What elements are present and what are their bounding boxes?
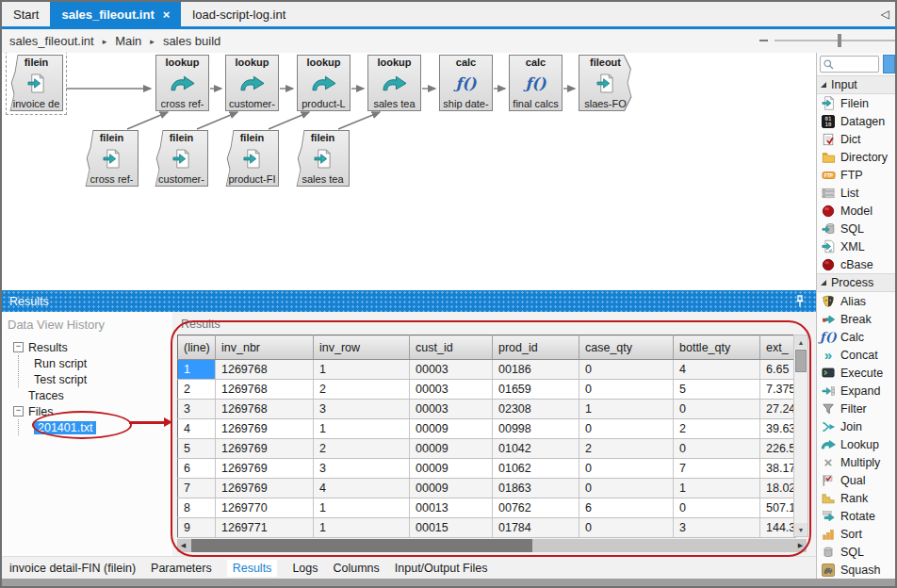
grid-cell[interactable]: 1 bbox=[178, 360, 216, 380]
grid-cell[interactable]: 3 bbox=[178, 400, 216, 419]
grid-cell[interactable]: 0 bbox=[674, 400, 760, 419]
grid-cell[interactable]: 1269769 bbox=[216, 439, 314, 459]
grid-cell[interactable]: 01042 bbox=[493, 439, 579, 459]
grid-cell[interactable]: 18.02 bbox=[760, 479, 796, 498]
grid-header-inv-row[interactable]: inv_row bbox=[314, 335, 410, 360]
tree-item-201401-txt[interactable]: 201401.txt bbox=[34, 419, 172, 435]
palette-item-qual[interactable]: Qual bbox=[817, 471, 896, 489]
tree-item-traces[interactable]: Traces bbox=[13, 387, 172, 403]
grid-cell[interactable]: 00015 bbox=[410, 518, 493, 538]
flow-node-filein-product-fi[interactable]: filein product-FI bbox=[225, 130, 279, 187]
grid-cell[interactable]: 0 bbox=[674, 439, 760, 459]
palette-item-filter[interactable]: Filter bbox=[817, 400, 896, 417]
grid-cell[interactable]: 226.5 bbox=[760, 439, 796, 459]
grid-cell[interactable]: 01863 bbox=[493, 479, 579, 498]
grid-cell[interactable]: 2 bbox=[674, 419, 760, 439]
zoom-out-icon[interactable] bbox=[759, 40, 768, 41]
palette-item-alias[interactable]: Alias bbox=[817, 292, 896, 310]
grid-cell[interactable]: 0 bbox=[579, 419, 674, 439]
grid-cell[interactable]: 2 bbox=[178, 380, 216, 400]
grid-cell[interactable]: 00009 bbox=[410, 439, 493, 459]
palette-item-sort[interactable]: Sort bbox=[817, 525, 896, 543]
grid-cell[interactable]: 2 bbox=[314, 439, 410, 459]
grid-cell[interactable]: 2 bbox=[314, 380, 410, 400]
grid-cell[interactable]: 1 bbox=[314, 498, 410, 518]
grid-cell[interactable]: 5 bbox=[178, 439, 216, 459]
tab-scroll-left-icon[interactable]: ◁ bbox=[881, 8, 889, 21]
grid-cell[interactable]: 00186 bbox=[493, 360, 579, 380]
grid-cell[interactable]: 4 bbox=[674, 360, 760, 380]
grid-cell[interactable]: 4 bbox=[178, 419, 216, 439]
grid-cell[interactable]: 2 bbox=[579, 439, 674, 459]
grid-header-prod-id[interactable]: prod_id bbox=[493, 335, 579, 360]
grid-cell[interactable]: 1269769 bbox=[216, 419, 314, 439]
flow-node-filein-sales-tea[interactable]: filein sales tea bbox=[296, 130, 350, 187]
palette-search[interactable] bbox=[820, 56, 879, 73]
palette-item-filein[interactable]: Filein bbox=[817, 94, 896, 112]
grid-cell[interactable]: 0 bbox=[579, 360, 674, 380]
grid-cell[interactable]: 1269771 bbox=[216, 518, 314, 538]
palette-item-dict[interactable]: Dict bbox=[817, 130, 896, 148]
grid-cell[interactable]: 00003 bbox=[410, 380, 493, 400]
tree-collapse-icon[interactable]: − bbox=[13, 342, 24, 352]
palette-item-directory[interactable]: Directory bbox=[817, 148, 896, 166]
breadcrumb-segment-main[interactable]: Main bbox=[115, 34, 141, 48]
bottom-tab-input-output-files[interactable]: Input/Output Files bbox=[395, 562, 488, 575]
flow-node-lookup-customer[interactable]: lookup customer- bbox=[225, 55, 279, 111]
grid-horizontal-scrollbar[interactable]: ◀ ▶ bbox=[177, 539, 807, 552]
palette-item-squash[interactable]: Squash bbox=[817, 561, 896, 579]
horizontal-scroll-thumb[interactable] bbox=[191, 539, 532, 552]
scroll-right-icon[interactable]: ▶ bbox=[794, 542, 807, 549]
bottom-tab-logs[interactable]: Logs bbox=[292, 562, 318, 575]
grid-cell[interactable]: 00009 bbox=[410, 419, 493, 439]
flow-node-filein-customer[interactable]: filein customer- bbox=[155, 130, 208, 187]
grid-cell[interactable]: 27.24 bbox=[760, 400, 796, 419]
palette-item-ftp[interactable]: FTPFTP bbox=[817, 166, 896, 184]
palette-section-input[interactable]: Input bbox=[817, 75, 896, 94]
grid-cell[interactable]: 5 bbox=[674, 380, 760, 400]
grid-header-bottle-qty[interactable]: bottle_qty bbox=[674, 335, 760, 360]
grid-cell[interactable]: 9 bbox=[178, 518, 216, 538]
grid-cell[interactable]: 00009 bbox=[410, 479, 493, 498]
grid-cell[interactable]: 00998 bbox=[493, 419, 579, 439]
grid-cell[interactable]: 7 bbox=[674, 459, 760, 479]
grid-cell[interactable]: 01062 bbox=[493, 459, 579, 479]
grid-header-cust-id[interactable]: cust_id bbox=[410, 335, 493, 360]
palette-item-sql[interactable]: SQL bbox=[817, 220, 896, 237]
tree-item-results[interactable]: −Results bbox=[13, 339, 172, 355]
grid-cell[interactable]: 1269769 bbox=[216, 479, 314, 498]
grid-cell[interactable]: 1269768 bbox=[216, 400, 314, 419]
grid-cell[interactable]: 3 bbox=[314, 459, 410, 479]
grid-cell[interactable]: 00762 bbox=[493, 498, 579, 518]
grid-cell[interactable]: 02308 bbox=[493, 400, 579, 419]
palette-item-calc[interactable]: ƒ()Calc bbox=[817, 328, 896, 346]
flow-node-fileout-slaes-fo[interactable]: fileout slaes-FO bbox=[579, 55, 632, 111]
results-panel-header[interactable]: Results bbox=[2, 290, 816, 312]
grid-cell[interactable]: 1269768 bbox=[216, 380, 314, 400]
grid-header-line[interactable]: (line) bbox=[178, 335, 216, 360]
flow-node-lookup-cross-ref[interactable]: lookup cross ref- bbox=[155, 55, 209, 111]
palette-item-break[interactable]: Break bbox=[817, 310, 896, 328]
flow-node-lookup-product-l[interactable]: lookup product-L bbox=[297, 55, 351, 111]
grid-cell[interactable]: 1 bbox=[314, 419, 410, 439]
grid-cell[interactable]: 0 bbox=[579, 459, 674, 479]
zoom-slider[interactable] bbox=[775, 40, 895, 41]
bottom-tab-parameters[interactable]: Parameters bbox=[151, 562, 212, 575]
bottom-tab-results[interactable]: Results bbox=[227, 560, 278, 577]
palette-item-join[interactable]: Join bbox=[817, 417, 896, 435]
palette-item-sql[interactable]: SQL bbox=[817, 543, 896, 561]
grid-cell[interactable]: 3 bbox=[314, 400, 410, 419]
bottom-tab-columns[interactable]: Columns bbox=[333, 562, 379, 575]
grid-header-inv-nbr[interactable]: inv_nbr bbox=[216, 335, 314, 360]
pin-icon[interactable] bbox=[795, 295, 805, 308]
tab-start[interactable]: Start bbox=[2, 2, 50, 26]
grid-cell[interactable]: 1269770 bbox=[216, 498, 314, 518]
palette-item-execute[interactable]: Execute bbox=[817, 364, 896, 382]
grid-cell[interactable]: 1 bbox=[579, 400, 674, 419]
results-grid[interactable]: (line)inv_nbrinv_rowcust_idprod_idcase_q… bbox=[177, 335, 796, 538]
grid-cell[interactable]: 7.375 bbox=[760, 380, 796, 400]
grid-cell[interactable]: 0 bbox=[579, 380, 674, 400]
scroll-left-icon[interactable]: ◀ bbox=[177, 542, 189, 549]
grid-cell[interactable]: 507.1 bbox=[760, 498, 796, 518]
palette-item-expand[interactable]: Expand bbox=[817, 382, 896, 400]
